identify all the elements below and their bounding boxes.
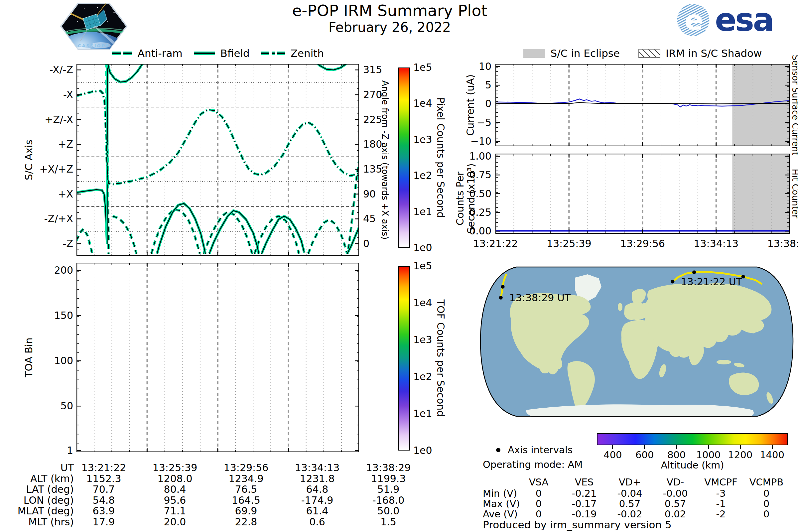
tof-colorbar (398, 266, 410, 451)
altitude-tick (644, 445, 645, 449)
ephemeris-value: 13:38:29 (354, 463, 423, 473)
shadow-hatch-swatch (639, 49, 660, 58)
ephemeris-value: 51.9 (354, 484, 423, 494)
swatch-segment (194, 52, 215, 55)
ephemeris-value: 1.5 (354, 517, 423, 527)
pixel-colorbar (398, 68, 410, 248)
ephemeris-row-label: MLT (hrs) (7, 517, 74, 527)
angle-tick-label: 315 (363, 65, 400, 75)
shadow-label: IRM in S/C Shadow (666, 47, 762, 59)
swatch-segment (272, 52, 274, 55)
ephemeris-value: 1234.9 (211, 474, 281, 484)
angle-tick-label: 90 (363, 189, 400, 199)
counts-plot (495, 154, 790, 234)
voltage-value: 0 (740, 499, 793, 509)
toa-tick-label: 150 (20, 310, 73, 321)
toa-tick-label: 50 (20, 401, 73, 411)
colorbar-tick-label: 1e5 (413, 261, 432, 271)
colorbar-tick-label: 1e3 (413, 135, 432, 145)
voltage-value: 0 (512, 489, 565, 498)
sc-axis-tick-label: -X (20, 90, 73, 100)
voltage-value: -0.21 (557, 489, 611, 498)
eclipse-legend: S/C in Eclipse IRM in S/C Shadow (495, 47, 790, 59)
angle-tick-label: 270 (363, 90, 400, 100)
angle-tick-label: 180 (363, 139, 400, 149)
ephemeris-value: -174.9 (282, 495, 352, 506)
sc-axis-tick-label: -Z (20, 239, 73, 249)
ephemeris-value: 50.0 (354, 506, 423, 516)
sc-axis-plot (76, 64, 359, 256)
counts-tick-label: 0.50 (442, 189, 491, 199)
ephemeris-row-label: LAT (deg) (7, 484, 74, 494)
axis-intervals-label: Axis intervals (508, 444, 573, 456)
voltage-column-header: VES (557, 477, 611, 487)
altitude-tick (740, 445, 741, 449)
altitude-colorbar (597, 433, 788, 445)
sc-axis-tick-label: +X/+Z (20, 164, 73, 174)
voltage-value: -0.04 (603, 489, 657, 498)
voltage-value: -0.19 (557, 509, 611, 519)
sc-axis-tick-label: -Z/+X (20, 214, 73, 224)
colorbar-tick-label: 1e3 (413, 335, 432, 345)
ephemeris-value: 164.5 (211, 495, 281, 506)
ephemeris-value: 1152.3 (69, 474, 139, 484)
voltage-value: -0.00 (649, 489, 702, 498)
voltage-value: 0.57 (603, 499, 657, 509)
esa-globe-icon: e (676, 3, 710, 37)
time-tick-label: 13:21:22 (466, 239, 525, 249)
colorbar-tick-label: 1e2 (413, 171, 432, 180)
voltage-value: -3 (694, 489, 747, 498)
sc-axis-tick-label: +Z (20, 139, 73, 149)
ephemeris-row-label: ALT (km) (7, 474, 74, 484)
eclipse-swatch (524, 49, 545, 58)
tof-cbar-title: TOF Counts per Second (433, 242, 446, 474)
legend-item-anti-ram: Anti-ram (112, 47, 183, 59)
eclipse-legend-item: S/C in Eclipse (524, 47, 620, 59)
colorbar-tick-label: 1e1 (413, 408, 432, 419)
angle-tick-label: 45 (363, 214, 400, 224)
page-title: e-POP IRM Summary Plot (240, 1, 539, 20)
track-time-label: 13:38:29 UT (509, 292, 571, 304)
sc-axis-tick-label: -X/-Z (20, 65, 73, 75)
voltage-value: -0.02 (603, 509, 657, 519)
ephemeris-value: 13:25:39 (140, 463, 210, 473)
current-tick-label: −10 (442, 136, 491, 146)
time-tick-label: 13:34:13 (686, 239, 746, 249)
voltage-value: 0 (740, 489, 793, 498)
legend-label: Zenith (291, 47, 324, 59)
cassiope-mission-patch: CASSIOPE (58, 1, 130, 51)
toa-tick-label: 200 (20, 265, 73, 275)
sc-axis-tick-label: +Z/-X (20, 115, 73, 125)
current-plot (495, 64, 790, 146)
colorbar-tick-label: 1e1 (413, 207, 432, 217)
swatch-segment (261, 52, 269, 55)
ephemeris-value: 1199.3 (354, 474, 423, 484)
current-tick-label: 5 (442, 80, 491, 90)
esa-logo: e esa (676, 3, 796, 37)
voltage-value: 0 (512, 509, 565, 519)
world-map (476, 264, 797, 420)
voltage-column-header: VMCPF (694, 477, 747, 487)
colorbar-tick-label: 1e4 (413, 298, 432, 308)
altitude-cbar-label: Altitude (km) (597, 459, 788, 471)
ephemeris-value: -168.0 (354, 495, 423, 506)
svg-text:e: e (685, 4, 703, 36)
legend-item-zenith: Zenith (261, 47, 324, 59)
ephemeris-value: 70.7 (69, 484, 139, 494)
ephemeris-value: 13:21:22 (69, 463, 139, 473)
ephemeris-value: 22.8 (211, 517, 281, 527)
ephemeris-value: 54.8 (69, 495, 139, 506)
voltage-column-header: VD- (649, 477, 702, 487)
voltage-column-header: VSA (512, 477, 565, 487)
solid-line-swatch (194, 52, 215, 55)
angle-tick-label: 135 (363, 164, 400, 174)
colorbar-tick-label: 1e0 (413, 445, 432, 456)
axis-intervals-legend: Axis intervals (496, 444, 573, 456)
ephemeris-row-label: UT (7, 463, 74, 473)
ephemeris-value: 69.9 (211, 506, 281, 516)
page-header: e-POP IRM Summary Plot February 26, 2022 (240, 1, 539, 35)
altitude-tick (708, 445, 709, 449)
altitude-tick (772, 445, 773, 449)
counts-tick-label: 0.75 (442, 170, 491, 180)
ephemeris-value: 1208.0 (140, 474, 210, 484)
